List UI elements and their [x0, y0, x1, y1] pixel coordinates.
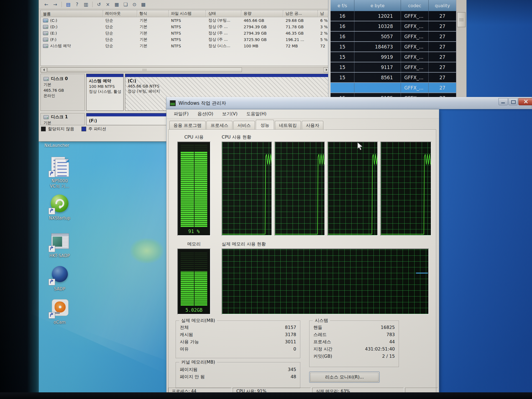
- task-manager-body: 파일(F) 옵션(O) 보기(V) 도움말(H) 응용 프로그램 프로세스 서비…: [166, 109, 439, 398]
- task-manager-window: Windows 작업 관리자 파일(F) 옵션(O) 보기(V) 도움말(H) …: [166, 97, 532, 398]
- table-row[interactable]: 시스템 예약 단순 기본 NTFS 정상 (시스... 100 MB 72 MB…: [41, 43, 330, 49]
- disk-icon: [44, 115, 49, 119]
- menu-bar: 파일(F) 옵션(O) 보기(V) 도움말(H): [167, 109, 439, 119]
- task-manager-icon: [170, 100, 176, 106]
- resource-monitor-button[interactable]: 리소스 모니터(R)...: [309, 372, 380, 383]
- column-header-volume[interactable]: 볼륨: [41, 10, 103, 17]
- column-header-free[interactable]: 남은 공...: [283, 10, 318, 17]
- table-row[interactable]: (E:) 단순 기본 NTFS 정상 (주 ... 2794.39 GB 46.…: [41, 30, 330, 36]
- close-button[interactable]: [518, 98, 532, 105]
- desktop-icon-np5000[interactable]: NP5000 VC의 기...: [42, 157, 78, 189]
- menu-options[interactable]: 옵션(O): [194, 110, 217, 118]
- table-row[interactable]: 15184673 GFFX_...27: [331, 42, 456, 52]
- help-icon[interactable]: ?: [73, 1, 81, 8]
- scrollbar-thumb[interactable]: [457, 12, 466, 27]
- minimize-button[interactable]: [498, 98, 508, 105]
- desktop-icon-label-nxlauncher[interactable]: NxLauncher: [44, 143, 69, 148]
- open-icon[interactable]: ❏: [122, 1, 129, 8]
- physical-memory-group: 실제 메모리(MB) 전체8157 캐시됨3178 사용 가능3011 여유0: [176, 321, 300, 358]
- application-window-icon: [49, 232, 70, 252]
- delete-icon[interactable]: ×: [104, 1, 111, 8]
- shortcut-arrow-icon: [48, 208, 55, 214]
- settings-icon[interactable]: ▩: [140, 1, 147, 8]
- drive-icon: [43, 44, 48, 48]
- column-header-codec[interactable]: codec: [401, 0, 429, 11]
- column-header-capacity[interactable]: 용량: [241, 10, 283, 17]
- menu-help[interactable]: 도움말(H): [242, 110, 270, 118]
- monitor-bezel-left: [0, 0, 39, 399]
- camera-record-table-window: e f/s e byte codec quality 1612021 GFFX_…: [328, 0, 466, 98]
- cpu-gauge-label: CPU 사용: [177, 134, 211, 140]
- column-header-free-pct[interactable]: 남: [318, 10, 330, 17]
- volume-list-header: 볼륨 레이아웃 형식 파일 시스템 상태 용량 남은 공... 남: [41, 10, 330, 17]
- desktop-icon-hkt-sadp[interactable]: HKT-SADP: [42, 232, 78, 259]
- table-row[interactable]: 159117 GFFX_...27: [331, 62, 456, 73]
- monitor-bezel-bottom: [0, 392, 532, 399]
- cpu-history-graph-core3: [328, 142, 378, 236]
- console-tree-icon[interactable]: ▥: [82, 1, 89, 8]
- table-row[interactable]: 159919 GFFX_...27: [331, 52, 456, 62]
- partition-system-reserved[interactable]: 시스템 예약 100 MB NTFS 정상 (시스템, 활성: [86, 74, 124, 111]
- find-icon[interactable]: ⊙: [131, 1, 138, 8]
- disk1-label[interactable]: 디스크 1 기본: [40, 113, 85, 125]
- column-header-ebyte[interactable]: e byte: [354, 0, 401, 11]
- tab-processes[interactable]: 프로세스: [206, 121, 232, 130]
- tab-applications[interactable]: 응용 프로그램: [169, 121, 206, 130]
- document-icon: [49, 157, 70, 177]
- desktop-icon-sadp[interactable]: SADP: [42, 265, 78, 292]
- desktop-icon-nxstartup[interactable]: NXStartup: [42, 194, 78, 221]
- cpu-usage-gauge: 91 %: [177, 142, 211, 236]
- menu-view[interactable]: 보기(V): [218, 110, 241, 118]
- column-header-quality[interactable]: quality: [429, 0, 456, 11]
- volume-list: 볼륨 레이아웃 형식 파일 시스템 상태 용량 남은 공... 남 (C:) 단…: [40, 10, 330, 66]
- scroll-left-icon[interactable]: [41, 67, 47, 72]
- disk0-label[interactable]: 디스크 0 기본 465.76 GB 온라인: [40, 74, 85, 111]
- memory-gauge-label: 메모리: [177, 241, 211, 247]
- column-header-status[interactable]: 상태: [206, 10, 241, 17]
- disk-icon: [44, 77, 49, 81]
- maximize-button[interactable]: [508, 98, 518, 105]
- disk-legend: 할당되지 않음 주 파티션: [41, 126, 106, 132]
- forward-icon[interactable]: →: [52, 1, 59, 8]
- tab-services[interactable]: 서비스: [233, 121, 255, 130]
- menu-file[interactable]: 파일(F): [170, 110, 193, 118]
- memory-usage-value: 5.02GB: [178, 307, 210, 313]
- tab-networking[interactable]: 네트워킹: [275, 121, 301, 130]
- memory-history-graph: [222, 249, 429, 314]
- cpu-history-graph-core2: [275, 142, 325, 236]
- tab-strip: 응용 프로그램 프로세스 서비스 성능 네트워킹 사용자: [169, 120, 324, 130]
- drive-icon: [43, 19, 48, 22]
- table-row[interactable]: 165057 GFFX_...27: [331, 32, 456, 42]
- system-group: 시스템 핸들16825 스레드783 프로세스44 지정 시간431:02:51…: [309, 321, 399, 367]
- table-row[interactable]: (F:) 단순 기본 NTFS 정상 (주 ... 3725.90 GB 196…: [41, 36, 330, 43]
- tab-performance[interactable]: 성능: [256, 120, 274, 130]
- table-row[interactable]: (C:) 단순 기본 NTFS 정상 (부팅... 465.66 GB 29.6…: [41, 17, 330, 24]
- shortcut-arrow-icon: [48, 171, 55, 177]
- tab-users[interactable]: 사용자: [302, 121, 323, 130]
- refresh-icon[interactable]: ↺: [95, 1, 103, 8]
- panes-icon[interactable]: ▤: [65, 1, 72, 8]
- cpu-history-graph-core1: [222, 142, 272, 236]
- table-row[interactable]: 1610328 GFFX_...27: [331, 21, 456, 32]
- column-header-efs[interactable]: e f/s: [331, 0, 354, 11]
- task-manager-titlebar[interactable]: Windows 작업 관리자: [166, 97, 532, 109]
- table-row-selected[interactable]: GFFX_...27: [331, 83, 456, 93]
- column-header-layout[interactable]: 레이아웃: [103, 10, 137, 17]
- back-icon[interactable]: ←: [43, 1, 50, 8]
- column-header-filesystem[interactable]: 파일 시스템: [169, 10, 206, 17]
- properties-icon[interactable]: ▦: [113, 1, 120, 8]
- cpu-history-label: CPU 사용 현황: [222, 134, 251, 140]
- horizontal-scrollbar[interactable]: [40, 67, 330, 73]
- table-row[interactable]: 1612021 GFFX_...27: [331, 11, 456, 21]
- photographed-screen: NxLauncher NP5000 VC의 기... NXStartup: [0, 0, 532, 399]
- table-row[interactable]: (D:) 단순 기본 NTFS 정상 (주 ... 2794.39 GB 71.…: [41, 24, 330, 30]
- column-header-type[interactable]: 형식: [137, 10, 169, 17]
- shortcut-arrow-icon: [48, 279, 55, 285]
- desktop-icon-ocam[interactable]: oCam: [42, 298, 78, 325]
- performance-tab-page: CPU 사용 CPU 사용 현황 91 % 메모리 실제: [169, 130, 436, 399]
- table-row[interactable]: 158561 GFFX_...27: [331, 73, 456, 83]
- green-restart-icon: [49, 194, 70, 214]
- drive-icon: [43, 38, 48, 42]
- vertical-scrollbar[interactable]: [456, 0, 466, 98]
- scrollbar-thumb[interactable]: [47, 68, 242, 72]
